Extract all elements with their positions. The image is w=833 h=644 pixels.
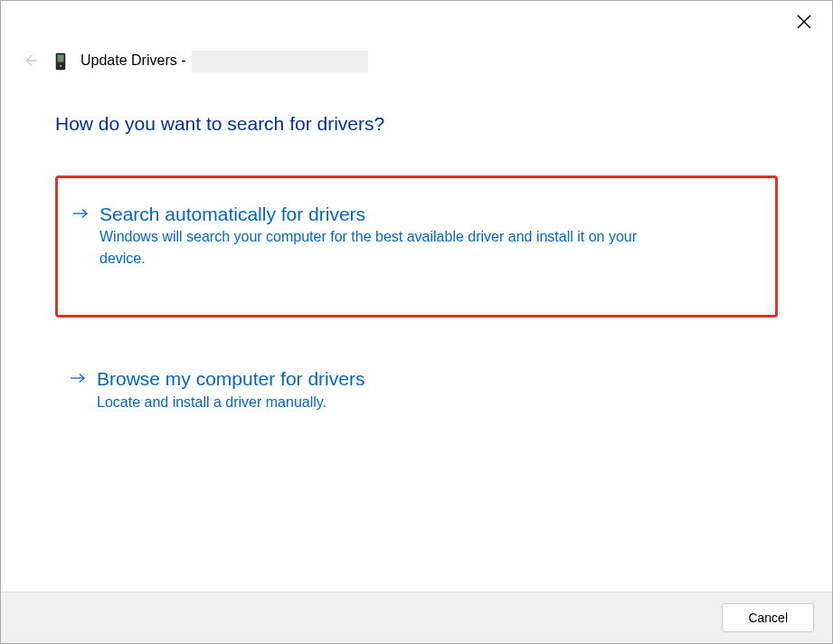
option-description: Windows will search your computer for th… bbox=[99, 226, 669, 270]
device-icon bbox=[53, 52, 68, 71]
arrow-right-icon bbox=[72, 202, 90, 270]
cancel-button[interactable]: Cancel bbox=[722, 603, 814, 632]
dialog-header: Update Drivers - bbox=[1, 1, 832, 72]
svg-rect-4 bbox=[58, 55, 64, 62]
device-name-redacted bbox=[192, 51, 368, 72]
option-search-automatically[interactable]: Search automatically for drivers Windows… bbox=[55, 175, 778, 317]
dialog-title: Update Drivers - bbox=[80, 52, 190, 68]
dialog-content: How do you want to search for drivers? S… bbox=[1, 72, 832, 592]
option-description: Locate and install a driver manually. bbox=[97, 392, 667, 413]
close-icon bbox=[797, 14, 811, 33]
arrow-right-icon bbox=[70, 366, 88, 412]
update-drivers-dialog: Update Drivers - How do you want to sear… bbox=[0, 0, 833, 644]
back-button[interactable] bbox=[19, 51, 41, 72]
close-button[interactable] bbox=[791, 11, 817, 36]
option-browse-computer[interactable]: Browse my computer for drivers Locate an… bbox=[55, 343, 778, 458]
back-arrow-icon bbox=[22, 52, 38, 71]
dialog-title-wrapper: Update Drivers - bbox=[80, 51, 368, 72]
option-title: Browse my computer for drivers bbox=[97, 366, 754, 391]
dialog-footer: Cancel bbox=[1, 592, 832, 643]
page-heading: How do you want to search for drivers? bbox=[55, 113, 778, 135]
svg-point-5 bbox=[60, 65, 62, 67]
option-title: Search automatically for drivers bbox=[99, 202, 752, 226]
